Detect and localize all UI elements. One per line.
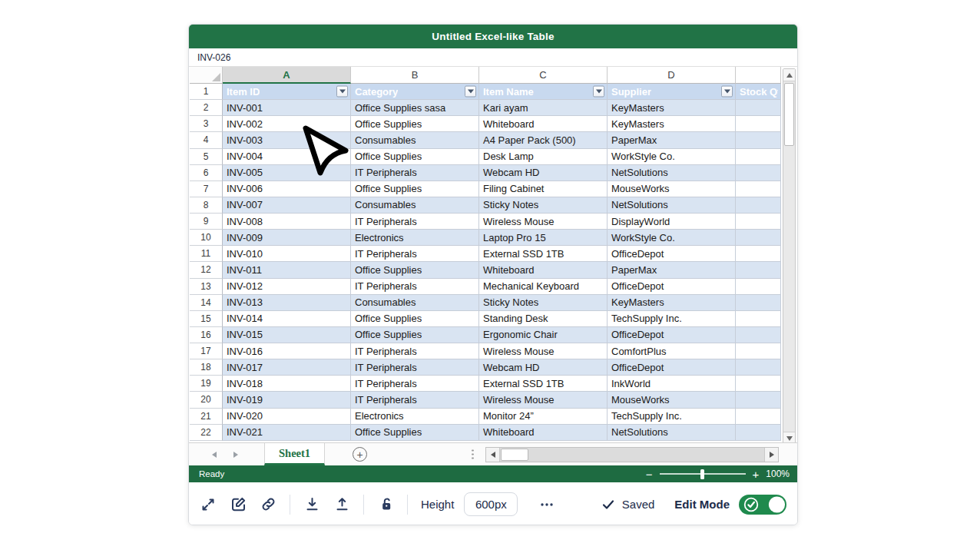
table-cell[interactable]: Whiteboard: [479, 425, 608, 441]
table-cell[interactable]: Consumables: [351, 295, 479, 311]
table-cell[interactable]: External SSD 1TB: [479, 246, 608, 262]
table-cell[interactable]: Ergonomic Chair: [479, 327, 608, 343]
row-number[interactable]: 9: [190, 214, 223, 230]
expand-button[interactable]: [200, 496, 217, 513]
table-cell[interactable]: Monitor 24”: [479, 409, 608, 425]
table-cell[interactable]: MouseWorks: [608, 181, 736, 197]
column-header-A[interactable]: A: [223, 67, 351, 84]
column-header-D[interactable]: D: [608, 67, 736, 84]
table-cell[interactable]: INV-018: [223, 376, 351, 392]
edit-button[interactable]: [230, 496, 247, 513]
table-cell[interactable]: Wireless Mouse: [479, 343, 608, 359]
table-cell[interactable]: IT Peripherals: [351, 279, 479, 295]
table-cell[interactable]: INV-015: [223, 327, 351, 343]
row-number[interactable]: 20: [190, 392, 223, 408]
table-cell[interactable]: INV-007: [223, 197, 351, 214]
row-number[interactable]: 2: [190, 100, 223, 116]
row-number[interactable]: 7: [190, 181, 223, 197]
table-cell[interactable]: INV-019: [223, 392, 351, 408]
table-cell[interactable]: Standing Desk: [479, 311, 608, 327]
table-cell[interactable]: Office Supplies: [351, 116, 479, 132]
table-cell[interactable]: Office Supplies: [351, 262, 479, 278]
vertical-scroll-thumb[interactable]: [784, 83, 794, 146]
table-cell[interactable]: [736, 165, 781, 181]
row-number[interactable]: 15: [190, 311, 223, 327]
row-number[interactable]: 19: [190, 376, 223, 392]
table-cell[interactable]: Wireless Mouse: [479, 214, 608, 230]
table-cell[interactable]: WorkStyle Co.: [608, 149, 736, 165]
table-cell[interactable]: [736, 327, 781, 343]
table-cell[interactable]: KeyMasters: [608, 100, 736, 116]
table-cell[interactable]: INV-003: [223, 132, 351, 148]
filter-dropdown-button[interactable]: [336, 86, 348, 98]
row-number[interactable]: 11: [190, 246, 223, 262]
column-header-partial[interactable]: [736, 67, 781, 84]
link-button[interactable]: [260, 496, 276, 513]
zoom-out-button[interactable]: −: [646, 469, 653, 480]
table-cell[interactable]: INV-004: [223, 149, 351, 165]
table-cell[interactable]: [736, 246, 781, 262]
row-number[interactable]: 21: [190, 409, 223, 425]
row-number[interactable]: 6: [190, 165, 223, 181]
filter-dropdown-button[interactable]: [593, 86, 604, 98]
table-cell[interactable]: Whiteboard: [479, 116, 608, 132]
download-button[interactable]: [303, 496, 320, 513]
table-header-cell[interactable]: Supplier: [608, 84, 736, 100]
table-cell[interactable]: [736, 132, 781, 148]
table-header-cell[interactable]: Stock Qty: [736, 84, 781, 100]
prev-sheet-button[interactable]: [212, 452, 217, 458]
row-number[interactable]: 5: [190, 149, 223, 165]
column-header-B[interactable]: B: [351, 67, 479, 84]
table-cell[interactable]: Electronics: [351, 409, 479, 425]
horizontal-scroll-thumb[interactable]: [501, 449, 528, 461]
row-number[interactable]: 14: [190, 295, 223, 311]
table-cell[interactable]: IT Peripherals: [351, 165, 479, 181]
table-cell[interactable]: Filing Cabinet: [479, 181, 608, 197]
table-cell[interactable]: Electronics: [351, 230, 479, 246]
scroll-left-button[interactable]: [486, 448, 500, 462]
table-cell[interactable]: NetSolutions: [608, 425, 736, 441]
table-header-cell[interactable]: Item ID: [223, 84, 351, 100]
table-cell[interactable]: INV-001: [223, 100, 351, 116]
table-cell[interactable]: MouseWorks: [608, 392, 736, 408]
table-cell[interactable]: [736, 295, 781, 311]
table-cell[interactable]: [736, 279, 781, 295]
table-cell[interactable]: ComfortPlus: [608, 343, 736, 359]
table-cell[interactable]: INV-017: [223, 359, 351, 376]
table-cell[interactable]: INV-021: [223, 425, 351, 441]
table-cell[interactable]: KeyMasters: [608, 295, 736, 311]
table-cell[interactable]: TechSupply Inc.: [608, 311, 736, 327]
scroll-up-button[interactable]: [783, 69, 795, 81]
table-cell[interactable]: Whiteboard: [479, 262, 608, 278]
table-cell[interactable]: INV-011: [223, 262, 351, 278]
formula-bar[interactable]: INV-026: [189, 48, 797, 67]
table-cell[interactable]: [736, 116, 781, 132]
table-cell[interactable]: [736, 149, 781, 165]
row-number[interactable]: 13: [190, 279, 223, 295]
table-cell[interactable]: PaperMax: [608, 132, 736, 148]
edit-mode-toggle[interactable]: [739, 495, 786, 515]
sheet-tab-sheet1[interactable]: Sheet1: [264, 443, 325, 465]
table-cell[interactable]: IT Peripherals: [351, 214, 479, 230]
table-cell[interactable]: INV-002: [223, 116, 351, 132]
table-cell[interactable]: Webcam HD: [479, 165, 608, 181]
add-sheet-button[interactable]: +: [353, 447, 367, 462]
row-number[interactable]: 17: [190, 343, 223, 359]
table-cell[interactable]: OfficeDepot: [608, 279, 736, 295]
table-cell[interactable]: OfficeDepot: [608, 359, 736, 376]
table-cell[interactable]: IT Peripherals: [351, 343, 479, 359]
scroll-right-button[interactable]: [764, 448, 778, 462]
table-header-cell[interactable]: Category: [351, 84, 479, 100]
row-number[interactable]: 12: [190, 262, 223, 278]
horizontal-scrollbar[interactable]: [485, 447, 779, 462]
table-cell[interactable]: IT Peripherals: [351, 392, 479, 408]
table-cell[interactable]: INV-006: [223, 181, 351, 197]
table-cell[interactable]: IT Peripherals: [351, 359, 479, 376]
table-cell[interactable]: PaperMax: [608, 262, 736, 278]
table-cell[interactable]: IT Peripherals: [351, 376, 479, 392]
table-cell[interactable]: [736, 181, 781, 197]
row-number[interactable]: 18: [190, 359, 223, 376]
table-cell[interactable]: Consumables: [351, 197, 479, 214]
table-cell[interactable]: INV-020: [223, 409, 351, 425]
table-cell[interactable]: KeyMasters: [608, 116, 736, 132]
